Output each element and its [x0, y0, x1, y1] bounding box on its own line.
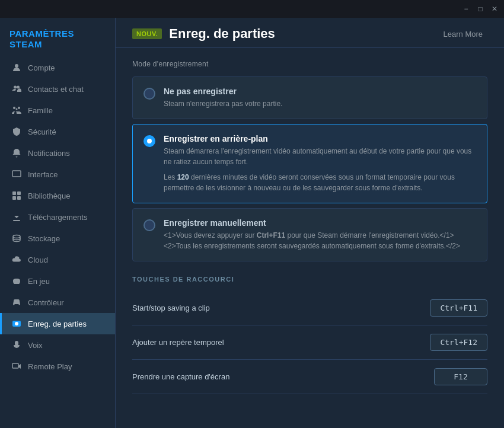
option-no-record[interactable]: Ne pas enregistrer Steam n'enregistrera …: [132, 76, 487, 119]
sidebar-item-label: Sécurité: [28, 127, 56, 136]
svg-rect-10: [17, 196, 21, 200]
svg-rect-6: [12, 171, 21, 177]
sidebar: PARAMÈTRES STEAM Compte Contacts et chat: [0, 18, 116, 428]
library-icon: [11, 190, 22, 201]
option-no-record-content: Ne pas enregistrer Steam n'enregistrera …: [164, 87, 476, 109]
learn-more-button[interactable]: Learn More: [439, 27, 487, 41]
shortcuts-section: TOUCHES DE RACCOURCI Start/stop saving a…: [132, 276, 487, 394]
sidebar-item-enreg[interactable]: Enreg. de parties: [0, 313, 115, 334]
radio-background[interactable]: [143, 135, 155, 147]
svg-rect-9: [12, 196, 16, 200]
svg-point-3: [13, 107, 15, 109]
shortcut-key-2[interactable]: F12: [434, 368, 487, 385]
sidebar-item-label: Famille: [28, 106, 53, 115]
svg-point-5: [16, 108, 18, 110]
svg-point-14: [15, 322, 18, 325]
download-icon: [11, 212, 22, 222]
sidebar-item-label: Remote Play: [28, 362, 72, 371]
sidebar-item-label: Compte: [28, 63, 55, 72]
close-button[interactable]: ✕: [490, 4, 499, 14]
shortcut-key-1[interactable]: Ctrl+F12: [430, 334, 487, 351]
shortcut-key-0[interactable]: Ctrl+F11: [430, 299, 487, 317]
shortcut-row-0: Start/stop saving a clip Ctrl+F11: [132, 291, 487, 325]
sidebar-item-bibliotheque[interactable]: Bibliothèque: [0, 185, 115, 206]
bell-icon: [11, 148, 22, 158]
sidebar-item-stockage[interactable]: Stockage: [0, 228, 115, 249]
page-header: NOUV. Enreg. de parties Learn More: [116, 18, 504, 48]
option-background-title: Enregistrer en arrière-plan: [164, 134, 476, 143]
sidebar-item-cloud[interactable]: Cloud: [0, 249, 115, 270]
sidebar-item-interface[interactable]: Interface: [0, 164, 115, 185]
shortcut-row-2: Prendre une capture d'écran F12: [132, 360, 487, 394]
main-body: Mode d'enregistrement Ne pas enregistrer…: [116, 48, 504, 406]
radio-no-record[interactable]: [143, 88, 155, 100]
option-no-record-desc: Steam n'enregistrera pas votre partie.: [164, 98, 476, 109]
option-manual-desc: <1>Vous devrez appuyer sur Ctrl+F11 pour…: [164, 230, 476, 251]
sidebar-item-famille[interactable]: Famille: [0, 100, 115, 121]
svg-rect-11: [13, 220, 20, 221]
sidebar-item-enjeu[interactable]: En jeu: [0, 270, 115, 292]
svg-point-0: [15, 64, 18, 68]
contacts-icon: [11, 84, 22, 94]
shortcut-label-1: Ajouter un repère temporel: [132, 338, 224, 347]
main-content: PARAMÈTRES STEAM Compte Contacts et chat: [0, 18, 504, 428]
sidebar-item-contacts[interactable]: Contacts et chat: [0, 78, 115, 100]
svg-rect-15: [15, 341, 18, 346]
sidebar-item-label: Contacts et chat: [28, 85, 84, 94]
sidebar-item-label: Interface: [28, 170, 58, 179]
radio-manual[interactable]: [143, 219, 155, 231]
cloud-icon: [11, 254, 22, 265]
svg-rect-8: [17, 191, 21, 195]
shortcut-row-1: Ajouter un repère temporel Ctrl+F12: [132, 325, 487, 360]
sidebar-item-label: Téléchargements: [28, 213, 87, 222]
monitor-icon: [11, 169, 22, 180]
shortcut-label-2: Prendre une capture d'écran: [132, 372, 229, 381]
minimize-button[interactable]: −: [461, 4, 471, 14]
svg-rect-7: [12, 191, 16, 195]
sidebar-item-notifications[interactable]: Notifications: [0, 142, 115, 164]
sidebar-item-label: Cloud: [28, 255, 48, 264]
page-title: Enreg. de parties: [169, 26, 275, 41]
controller-icon: [11, 297, 22, 308]
sidebar-title: PARAMÈTRES STEAM: [0, 18, 115, 57]
option-no-record-title: Ne pas enregistrer: [164, 87, 476, 96]
svg-rect-16: [12, 363, 18, 368]
sidebar-item-label: En jeu: [28, 277, 50, 286]
maximize-button[interactable]: □: [476, 4, 485, 14]
sidebar-item-label: Voix: [28, 341, 43, 350]
remoteplay-icon: [11, 361, 22, 372]
highlight-120: 120: [177, 173, 189, 181]
header-left: NOUV. Enreg. de parties: [132, 26, 275, 41]
titlebar: − □ ✕: [0, 0, 504, 18]
sidebar-item-label: Bibliothèque: [28, 191, 71, 200]
shortcut-label-0: Start/stop saving a clip: [132, 304, 210, 312]
sidebar-item-securite[interactable]: Sécurité: [0, 121, 115, 142]
sidebar-item-label: Contrôleur: [28, 298, 64, 307]
option-manual-content: Enregistrer manuellement <1>Vous devrez …: [164, 218, 476, 251]
app-window: − □ ✕ PARAMÈTRES STEAM Compte Contacts e…: [0, 0, 504, 428]
option-background-desc1: Steam démarrera l'enregistrement vidéo a…: [164, 146, 476, 167]
svg-point-12: [13, 235, 20, 238]
option-background-content: Enregistrer en arrière-plan Steam démarr…: [164, 134, 476, 193]
storage-icon: [11, 233, 22, 244]
sidebar-item-label: Stockage: [28, 234, 60, 243]
sidebar-item-compte[interactable]: Compte: [0, 57, 115, 78]
sidebar-item-telechargements[interactable]: Téléchargements: [0, 206, 115, 228]
shield-icon: [11, 126, 22, 137]
option-background-desc2: Les 120 dernières minutes de vidéo seron…: [164, 172, 476, 193]
record-icon: [11, 318, 22, 329]
sidebar-item-voix[interactable]: Voix: [0, 334, 115, 356]
svg-point-2: [17, 86, 20, 89]
famille-icon: [11, 105, 22, 116]
sidebar-item-label: Notifications: [28, 149, 70, 158]
svg-point-1: [14, 86, 17, 89]
option-manual-title: Enregistrer manuellement: [164, 218, 476, 228]
option-background[interactable]: Enregistrer en arrière-plan Steam démarr…: [132, 124, 487, 203]
option-manual[interactable]: Enregistrer manuellement <1>Vous devrez …: [132, 208, 487, 261]
compte-icon: [11, 62, 22, 73]
sidebar-item-controleur[interactable]: Contrôleur: [0, 292, 115, 313]
sidebar-item-remoteplay[interactable]: Remote Play: [0, 356, 115, 377]
mode-section-label: Mode d'enregistrement: [132, 60, 487, 68]
gamepad-icon: [11, 276, 22, 286]
shortcuts-title: TOUCHES DE RACCOURCI: [132, 276, 487, 283]
